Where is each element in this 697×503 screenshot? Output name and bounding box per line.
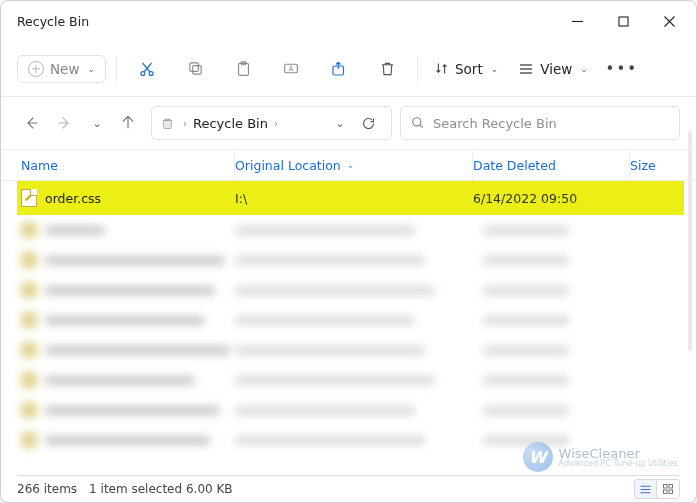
table-row[interactable]: order.css I:\ 6/14/2022 09:50 — [17, 181, 684, 215]
column-header-name[interactable]: Name — [21, 150, 235, 180]
svg-text:A: A — [289, 64, 294, 73]
column-header-size[interactable]: Size — [630, 150, 684, 180]
table-row-blurred — [17, 425, 684, 455]
view-button[interactable]: View ⌄ — [512, 51, 594, 87]
delete-button[interactable] — [367, 51, 407, 87]
recent-locations-button[interactable]: ⌄ — [81, 108, 111, 138]
window-title: Recycle Bin — [17, 14, 554, 29]
window-frame: Recycle Bin New ⌄ — [0, 0, 697, 503]
navigation-row: ⌄ › Recycle Bin › ⌄ — [1, 97, 696, 149]
file-list: order.css I:\ 6/14/2022 09:50 — [1, 181, 696, 475]
scrollbar-thumb[interactable] — [688, 131, 692, 351]
status-selection: 1 item selected 6.00 KB — [89, 482, 232, 496]
sort-icon — [434, 61, 449, 76]
refresh-button[interactable] — [355, 108, 381, 138]
close-button[interactable] — [646, 5, 692, 37]
separator — [417, 57, 418, 81]
sort-label: Sort — [455, 61, 483, 77]
separator — [116, 57, 117, 81]
chevron-down-icon: ⌄ — [580, 64, 588, 74]
titlebar: Recycle Bin — [1, 1, 696, 41]
breadcrumb-location[interactable]: Recycle Bin — [193, 116, 268, 131]
toolbar: New ⌄ A Sort ⌄ View ⌄ — [1, 41, 696, 97]
svg-rect-26 — [669, 490, 673, 494]
sort-caret-icon: ⌄ — [347, 160, 355, 170]
nav-arrows: ⌄ — [17, 108, 143, 138]
chevron-right-icon: › — [274, 118, 278, 129]
view-icon — [518, 62, 534, 76]
search-input[interactable] — [433, 116, 669, 131]
minimize-button[interactable] — [554, 5, 600, 37]
svg-rect-24 — [669, 485, 673, 489]
status-item-count: 266 items — [17, 482, 77, 496]
copy-button[interactable] — [175, 51, 215, 87]
file-name: order.css — [45, 191, 101, 206]
plus-icon — [28, 61, 44, 77]
table-row-blurred — [17, 335, 684, 365]
status-bar: 266 items 1 item selected 6.00 KB — [1, 476, 696, 502]
new-button-label: New — [50, 61, 79, 77]
svg-rect-8 — [192, 66, 201, 75]
svg-line-6 — [144, 63, 152, 72]
share-button[interactable] — [319, 51, 359, 87]
up-button[interactable] — [113, 108, 143, 138]
svg-rect-25 — [664, 490, 668, 494]
address-dropdown-button[interactable]: ⌄ — [327, 108, 351, 138]
table-row-blurred — [17, 215, 684, 245]
layout-details-button[interactable] — [635, 480, 657, 498]
table-row-blurred — [17, 305, 684, 335]
sort-button[interactable]: Sort ⌄ — [428, 51, 504, 87]
table-row-blurred — [17, 395, 684, 425]
more-button[interactable]: ••• — [602, 51, 642, 87]
rename-button[interactable]: A — [271, 51, 311, 87]
table-row-blurred — [17, 275, 684, 305]
svg-line-7 — [143, 63, 151, 72]
layout-grid-button[interactable] — [657, 480, 679, 498]
file-icon — [21, 189, 37, 207]
table-row-blurred — [17, 245, 684, 275]
chevron-down-icon: ⌄ — [87, 64, 95, 74]
maximize-button[interactable] — [600, 5, 646, 37]
svg-rect-23 — [664, 485, 668, 489]
window-controls — [554, 5, 692, 37]
recycle-bin-icon — [160, 116, 175, 131]
back-button[interactable] — [17, 108, 47, 138]
svg-point-18 — [413, 118, 421, 126]
chevron-right-icon: › — [183, 118, 187, 129]
view-label: View — [540, 61, 572, 77]
svg-rect-9 — [189, 63, 198, 72]
cut-button[interactable] — [127, 51, 167, 87]
svg-rect-1 — [619, 17, 628, 26]
search-icon — [411, 116, 425, 130]
column-header-date-deleted[interactable]: Date Deleted — [473, 150, 630, 180]
file-original-location: I:\ — [235, 191, 473, 206]
table-row-blurred — [17, 365, 684, 395]
new-button[interactable]: New ⌄ — [17, 55, 106, 83]
column-header-original-location[interactable]: Original Location⌄ — [235, 150, 473, 180]
paste-button[interactable] — [223, 51, 263, 87]
column-headers: Name Original Location⌄ Date Deleted Siz… — [1, 149, 696, 181]
layout-toggle — [634, 479, 680, 499]
svg-line-19 — [420, 125, 423, 128]
breadcrumb: › Recycle Bin › — [183, 116, 319, 131]
chevron-down-icon: ⌄ — [491, 64, 499, 74]
file-date-deleted: 6/14/2022 09:50 — [473, 191, 630, 206]
address-bar[interactable]: › Recycle Bin › ⌄ — [151, 106, 392, 140]
search-box[interactable] — [400, 106, 680, 140]
forward-button[interactable] — [49, 108, 79, 138]
